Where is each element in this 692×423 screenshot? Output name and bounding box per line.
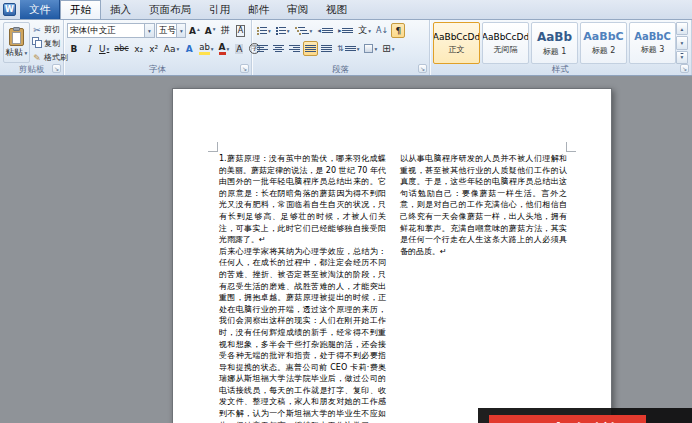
align-left-button[interactable] [255,41,270,56]
align-right-button[interactable] [287,41,302,56]
clipboard-dialog-launcher[interactable]: ↘ [52,64,61,73]
word-app-icon[interactable]: W [3,3,16,16]
styles-gallery-more-button[interactable]: ▾ [676,51,688,64]
strikethrough-icon: abc [114,44,128,53]
bold-button[interactable]: B [67,41,81,56]
sort-button[interactable]: A↓ [374,23,390,38]
show-formatting-marks-button[interactable]: ¶ [391,23,405,38]
strikethrough-button[interactable]: abc [112,41,130,56]
paragraph[interactable]: 以从事电脑程序研发的人员并不被人们理解和重视，甚至被其他行业的人质疑他们工作的认… [400,153,567,257]
font-size-select[interactable]: 五号 ▾ [156,23,186,38]
ribbon: 粘贴▾ ✂剪切 复制 ✎格式刷 剪贴板 ↘ 宋体(中文正 ▾ 五号 ▾ [0,20,692,76]
phonetic-guide-button[interactable]: 拼 [218,23,232,38]
font-color-button[interactable]: A▾ [217,41,232,56]
character-border-button[interactable]: A [233,23,247,38]
chevron-down-icon[interactable]: ▾ [144,24,154,37]
italic-icon: I [87,44,91,54]
line-spacing-button[interactable]: ⇅▾ [335,41,361,56]
paragraph-dialog-launcher[interactable]: ↘ [418,64,427,73]
distribute-text-button[interactable] [319,41,334,56]
tab-home[interactable]: 开始 [60,0,101,19]
character-shading-icon: A [235,44,243,54]
styles-gallery-up-button[interactable]: ▴ [676,22,688,35]
underline-button[interactable]: U▾ [97,41,111,56]
tab-file[interactable]: 文件 [20,0,60,19]
increase-indent-button[interactable]: ▴ [336,23,356,38]
underline-icon: U [99,44,106,54]
shading-button[interactable]: ▾ [362,41,379,56]
align-center-button[interactable] [271,41,286,56]
highlight-icon: ab [199,43,210,55]
superscript-button[interactable]: x² [147,41,161,56]
watermark-overlay: 百科全说 助你轻松解决 [478,408,692,423]
asian-layout-button[interactable]: 文▾ [356,23,373,38]
chevron-down-icon: ▾ [211,46,214,52]
text-column-right: 以从事电脑程序研发的人员并不被人们理解和重视，甚至被其他行业的人质疑他们工作的认… [400,153,567,423]
tab-review[interactable]: 审阅 [278,0,317,19]
multilevel-list-button[interactable]: ▾ [293,23,315,38]
styles-gallery-scroll: ▴ ▾ ▾ [676,22,688,64]
grow-font-icon: A▴ [189,26,200,36]
chevron-down-icon: ▾ [374,46,377,52]
style-name: 标题 2 [592,45,616,56]
chevron-down-icon: ▾ [287,28,290,34]
tab-insert[interactable]: 插入 [101,0,140,19]
text-highlight-button[interactable]: ab▾ [197,41,215,56]
bullet-list-icon [257,27,267,35]
bullet-list-button[interactable]: ▾ [255,23,273,38]
styles-group-label: 样式 [430,63,691,75]
align-center-icon [273,45,284,52]
tab-mailings[interactable]: 邮件 [239,0,278,19]
format-painter-icon: ✎ [32,53,42,63]
italic-button[interactable]: I [82,41,96,56]
font-group-label: 字体 [64,63,251,75]
grow-font-button[interactable]: A▴ [187,23,202,38]
text-effects-button[interactable]: A [182,41,196,56]
character-border-icon: A [236,25,245,37]
tab-references[interactable]: 引用 [200,0,239,19]
align-right-icon [289,45,300,52]
font-color-icon: A [219,43,226,55]
decrease-indent-button[interactable]: ▴ [315,23,335,38]
tab-page-layout[interactable]: 页面布局 [140,0,200,19]
ribbon-group-paragraph: ▾ ▾ ▾ ▴ ▴ 文▾ A↓ ¶ [252,20,430,75]
font-name-select[interactable]: 宋体(中文正 ▾ [67,23,155,38]
justify-button[interactable] [303,41,318,56]
change-case-button[interactable]: Aa▾ [162,41,181,56]
style-item-no-spacing[interactable]: AaBbCcDd 无间隔 [482,22,529,64]
style-preview: AaBbC [634,31,671,42]
chevron-down-icon: ▾ [368,28,371,34]
style-item-heading3[interactable]: AaBbC 标题 3 [629,22,676,64]
styles-dialog-launcher[interactable]: ↘ [680,64,689,73]
style-item-heading2[interactable]: AaBbC 标题 2 [580,22,627,64]
chevron-down-icon[interactable]: ▾ [176,24,186,37]
style-item-heading1[interactable]: AaBb 标题 1 [531,22,578,64]
document-page[interactable]: 1.蘑菇原理：没有茧中的蛰伏，哪来羽化成蝶的美丽。蘑菇定律的说法，是 20 世纪… [172,88,612,423]
paste-label: 粘贴 [6,47,23,59]
chevron-down-icon: ▾ [392,46,395,52]
style-item-normal[interactable]: AaBbCcDd 正文 [433,22,480,64]
ribbon-group-clipboard: 粘贴▾ ✂剪切 复制 ✎格式刷 剪贴板 ↘ [0,20,64,75]
paste-button[interactable]: 粘贴▾ [3,22,30,63]
shrink-font-icon: A▾ [205,26,216,36]
copy-label: 复制 [44,38,60,49]
two-column-text: 1.蘑菇原理：没有茧中的蛰伏，哪来羽化成蝶的美丽。蘑菇定律的说法，是 20 世纪… [219,153,567,423]
style-name: 无间隔 [494,44,518,55]
justify-icon [305,45,316,52]
tab-view[interactable]: 视图 [317,0,356,19]
font-dialog-launcher[interactable]: ↘ [240,64,249,73]
paragraph[interactable]: 后来心理学家将其纳为心理学效应，总结为：任何人，在成长的过程中，都注定会经历不同… [219,246,386,423]
pilcrow-icon: ¶ [395,26,401,36]
document-canvas[interactable]: 1.蘑菇原理：没有茧中的蛰伏，哪来羽化成蝶的美丽。蘑菇定律的说法，是 20 世纪… [0,77,692,423]
text-boundary-mark [208,142,218,152]
paragraph[interactable]: 1.蘑菇原理：没有茧中的蛰伏，哪来羽化成蝶的美丽。蘑菇定律的说法，是 20 世纪… [219,153,386,246]
ribbon-group-font: 宋体(中文正 ▾ 五号 ▾ A▴ A▾ 拼 A B I U▾ abc x₂ x² [64,20,252,75]
numbered-list-button[interactable]: ▾ [274,23,292,38]
styles-gallery-down-button[interactable]: ▾ [676,36,688,49]
borders-button[interactable]: ⊞▾ [380,41,396,56]
shrink-font-button[interactable]: A▾ [203,23,218,38]
style-preview: AaBbCcDd [433,32,480,42]
watermark-badge: 百科全说 [489,415,646,423]
subscript-button[interactable]: x₂ [132,41,146,56]
character-shading-button[interactable]: A [232,41,246,56]
